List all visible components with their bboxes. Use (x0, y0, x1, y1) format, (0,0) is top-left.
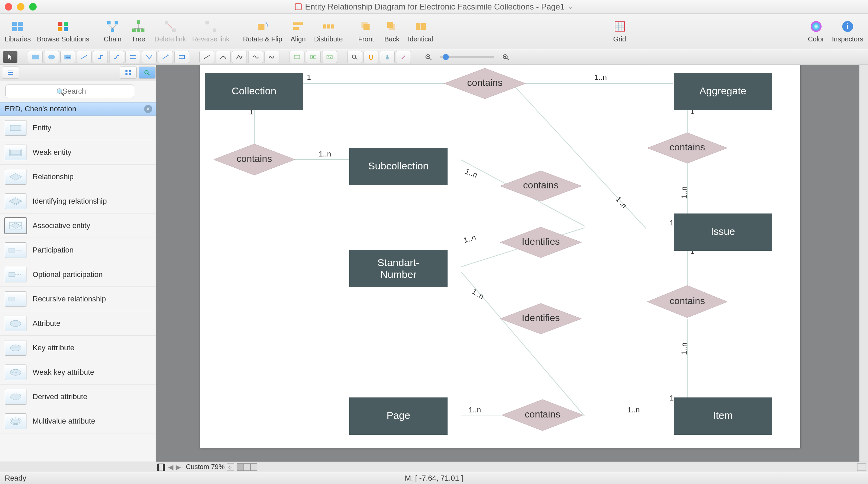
spline-tool[interactable] (248, 51, 263, 63)
rect-tool[interactable] (28, 51, 43, 63)
text-tool[interactable] (60, 51, 75, 63)
pointer-tool[interactable] (3, 51, 18, 63)
shape-weak-entity[interactable]: Weak entity (0, 140, 156, 165)
shape-associative-entity[interactable]: Associative entity (0, 213, 156, 238)
grid-view-button[interactable] (120, 67, 137, 79)
grid-button[interactable]: Grid (610, 20, 630, 43)
status-bar: Ready M: [ -7.64, 71.01 ] (0, 472, 868, 484)
library-search-input[interactable] (5, 85, 134, 98)
shape-multivalue-attribute[interactable]: Multivalue attribute (0, 409, 156, 433)
conn7-tool[interactable] (174, 51, 189, 63)
eyedropper-tool[interactable] (396, 51, 411, 63)
front-button[interactable]: Front (356, 20, 376, 43)
canvas-area[interactable]: 1 1..n 1 1..n 1..n 1..n 1 1 1..n 1 1..n … (156, 65, 868, 462)
status-ready: Ready (5, 474, 26, 483)
bottom-bar: ❚❚ ◀ ▶ Custom 79% ◇ (0, 462, 868, 472)
shape-derived-attribute[interactable]: Derived attribute (0, 385, 156, 409)
library-header[interactable]: ERD, Chen's notation × (0, 102, 156, 116)
identical-button[interactable]: Identical (408, 20, 433, 43)
back-icon (385, 20, 399, 33)
shape-key-attribute[interactable]: Key attribute (0, 336, 156, 360)
close-library-button[interactable]: × (144, 105, 152, 113)
view-mode-1[interactable] (237, 463, 244, 471)
conn4-tool[interactable] (125, 51, 140, 63)
polyline-tool[interactable] (232, 51, 247, 63)
vertical-scrollbar[interactable] (859, 65, 868, 462)
view-mode-3[interactable] (251, 463, 257, 471)
svg-text:Page: Page (387, 410, 410, 421)
svg-text:1..n: 1..n (471, 287, 486, 301)
page-pause-button[interactable]: ❚❚ (158, 463, 164, 471)
svg-line-55 (327, 55, 332, 59)
title-text: Entity Relationship Diagram for Electron… (305, 2, 565, 12)
minimize-window-button[interactable] (17, 3, 24, 11)
tree-button[interactable]: Tree (129, 20, 148, 43)
shape-attribute[interactable]: Attribute (0, 311, 156, 336)
zoom-label[interactable]: Custom 79% (186, 463, 225, 471)
close-window-button[interactable] (5, 3, 12, 11)
view-mode-2[interactable] (244, 463, 251, 471)
maximize-window-button[interactable] (29, 3, 37, 11)
chain-button[interactable]: Chain (103, 20, 122, 43)
rotate-flip-button[interactable]: Rotate & Flip (243, 20, 282, 43)
stamp-tool[interactable] (380, 51, 395, 63)
library-name: ERD, Chen's notation (5, 105, 76, 113)
shape-participation[interactable]: Participation (0, 238, 156, 262)
distribute-icon (322, 20, 335, 33)
line-tool[interactable] (199, 51, 214, 63)
edit2-tool[interactable] (306, 51, 321, 63)
svg-rect-8 (107, 21, 111, 24)
canvas-page[interactable]: 1 1..n 1 1..n 1..n 1..n 1 1 1..n 1 1..n … (200, 65, 800, 448)
shape-entity[interactable]: Entity (0, 116, 156, 140)
libraries-label: Libraries (5, 35, 31, 43)
conn5-tool[interactable] (142, 51, 157, 63)
zoom-tool[interactable] (347, 51, 362, 63)
zoom-in-button[interactable] (498, 51, 513, 63)
svg-rect-36 (615, 22, 625, 31)
grid-icon (613, 20, 627, 33)
edit1-tool[interactable] (290, 51, 304, 63)
ellipse-tool[interactable] (44, 51, 59, 63)
corner-widget[interactable] (857, 463, 866, 471)
search-view-button[interactable] (139, 67, 156, 79)
curve-tool[interactable] (216, 51, 231, 63)
svg-rect-46 (64, 55, 71, 59)
hand-tool[interactable] (363, 51, 378, 63)
zoom-out-button[interactable] (421, 51, 436, 63)
conn6-tool[interactable] (158, 51, 173, 63)
shape-list: Entity Weak entity Relationship Identify… (0, 116, 156, 462)
svg-rect-34 (416, 23, 420, 30)
shape-relationship[interactable]: Relationship (0, 165, 156, 189)
svg-text:1: 1 (670, 219, 674, 227)
zoom-stepper[interactable]: ◇ (227, 463, 234, 471)
rotate-icon (256, 20, 269, 33)
shape-recursive-relationship[interactable]: Recursive relationship (0, 287, 156, 311)
distribute-button[interactable]: Distribute (314, 20, 342, 43)
svg-rect-29 (331, 24, 334, 29)
svg-text:Number: Number (380, 269, 417, 280)
page-next-button[interactable]: ▶ (174, 463, 182, 471)
svg-rect-31 (361, 22, 368, 28)
mouse-coords: M: [ -7.64, 71.01 ] (405, 474, 463, 483)
shape-optional-participation[interactable]: Optional participation (0, 262, 156, 287)
conn2-tool[interactable] (93, 51, 108, 63)
page-prev-button[interactable]: ◀ (167, 463, 174, 471)
zoom-slider[interactable] (440, 56, 494, 58)
back-button[interactable]: Back (382, 20, 402, 43)
shape-weak-key-attribute[interactable]: Weak key attribute (0, 360, 156, 385)
chevron-down-icon[interactable]: ⌄ (568, 3, 573, 11)
svg-rect-33 (389, 24, 395, 30)
conn1-tool[interactable] (77, 51, 92, 63)
svg-line-50 (204, 55, 210, 59)
shape-identifying-relationship[interactable]: Identifying relationship (0, 189, 156, 213)
conn3-tool[interactable] (109, 51, 124, 63)
libraries-icon (11, 20, 24, 33)
inspectors-button[interactable]: iInspectors (832, 20, 863, 43)
edit3-tool[interactable] (322, 51, 337, 63)
align-button[interactable]: Align (288, 20, 308, 43)
browse-solutions-button[interactable]: Browse Solutions (37, 20, 90, 43)
libraries-button[interactable]: Libraries (5, 20, 31, 43)
freehand-tool[interactable] (264, 51, 279, 63)
color-button[interactable]: Color (806, 20, 826, 43)
outline-view-button[interactable] (2, 67, 19, 79)
